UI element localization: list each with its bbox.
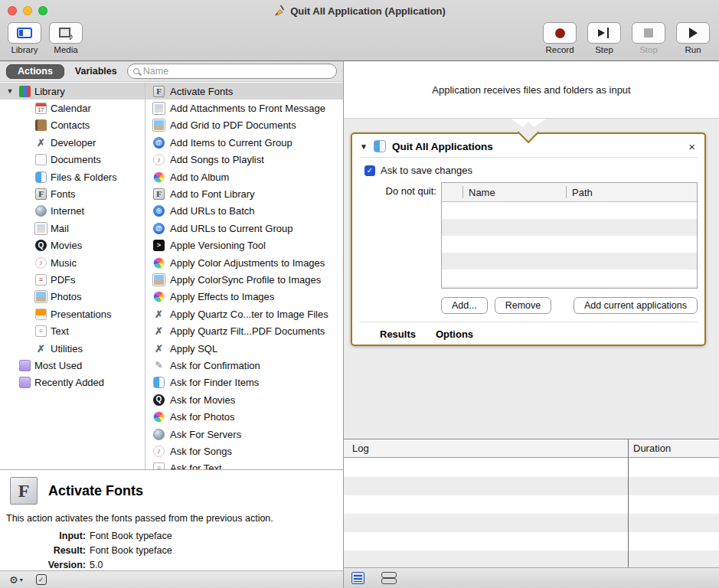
card-close-button[interactable]: × <box>688 141 695 152</box>
stop-button[interactable]: Stop <box>632 22 665 54</box>
sidebar-item[interactable]: ≡ PDFs <box>0 271 145 288</box>
do-not-quit-table-body[interactable] <box>442 202 697 288</box>
action-item[interactable]: F Activate Fonts <box>145 83 343 100</box>
search-field[interactable] <box>127 64 337 79</box>
sidebar-item[interactable]: ✗ Developer <box>0 134 145 151</box>
run-button[interactable]: Run <box>676 22 710 54</box>
sidebar-item[interactable]: ▼ Library <box>0 83 145 100</box>
record-button-label: Record <box>545 45 574 54</box>
add-current-applications-button[interactable]: Add current applications <box>574 297 698 314</box>
media-button-label: Media <box>54 45 77 54</box>
action-item[interactable]: Q Ask for Movies <box>145 391 343 408</box>
step-button[interactable]: Step <box>587 22 621 54</box>
action-item[interactable]: Apply ColorSync Profile to Images <box>145 271 343 288</box>
add-button[interactable]: Add... <box>441 297 488 314</box>
action-item[interactable]: ✗ Apply SQL <box>145 340 343 357</box>
flower-icon <box>153 411 165 423</box>
action-item[interactable]: Ask for Photos <box>145 408 343 425</box>
action-item[interactable]: Add Attachments to Front Message <box>145 100 343 116</box>
sidebar-item-label: Library <box>34 86 65 97</box>
sidebar-item-label: Movies <box>51 240 82 251</box>
font-book-icon: F <box>153 86 165 97</box>
search-input[interactable] <box>143 66 331 77</box>
action-item[interactable]: Apply Effects to Images <box>145 289 343 305</box>
ask-to-save-label: Ask to save changes <box>381 165 472 176</box>
action-item[interactable]: ⊕ Add URLs to Batch <box>145 203 343 220</box>
action-item[interactable]: Add to Album <box>145 168 343 185</box>
action-item[interactable]: ≡ Ask for Text <box>145 460 343 469</box>
tab-variables[interactable]: Variables <box>75 66 117 77</box>
action-item[interactable]: @ Add Items to Current Group <box>145 134 343 151</box>
chevron-down-icon: ▾ <box>20 577 23 583</box>
card-title: Quit All Applications <box>392 141 493 152</box>
sidebar-item[interactable]: Photos <box>0 289 145 305</box>
ask-to-save-checkbox[interactable]: ✓ <box>364 165 375 176</box>
results-tab[interactable]: Results <box>380 328 416 340</box>
action-item-label: Ask for Songs <box>170 446 232 457</box>
action-item[interactable]: @ Add URLs to Current Group <box>145 220 343 237</box>
sidebar-item-label: Internet <box>51 205 84 217</box>
tab-actions[interactable]: Actions <box>6 64 64 79</box>
table-buttons-row: Add... Remove Add current applications <box>441 297 698 314</box>
action-item[interactable]: F Add to Font Library <box>145 185 343 202</box>
action-description-panel: F Activate Fonts This action activates t… <box>0 469 343 570</box>
action-item[interactable]: ✗ Apply Quartz Filt...PDF Documents <box>145 322 343 339</box>
disclosure-triangle-icon[interactable]: ▼ <box>5 87 15 95</box>
action-item-label: Activate Fonts <box>170 86 233 97</box>
action-item[interactable]: > Apple Versioning Tool <box>145 237 343 254</box>
font-book-icon: F <box>153 188 165 200</box>
action-item-label: Ask for Photos <box>170 411 235 423</box>
action-item[interactable]: Apply Color Adjustments to Images <box>145 254 343 271</box>
record-button[interactable]: Record <box>543 22 577 54</box>
sidebar-item[interactable]: Internet <box>0 203 145 220</box>
action-item[interactable]: ✎ Ask for Confirmation <box>145 357 343 374</box>
workflow-input-strip: Application receives files and folders a… <box>344 61 719 119</box>
log-stack-view-button[interactable] <box>381 572 397 584</box>
pane-divider[interactable] <box>343 61 344 588</box>
action-item-label: Apply Color Adjustments to Images <box>170 257 325 269</box>
media-button[interactable]: Media <box>49 22 83 54</box>
titlebar: Quit All Application (Application) <box>0 4 719 18</box>
library-button[interactable]: Library <box>8 22 41 54</box>
sidebar-item[interactable]: Documents <box>0 152 145 168</box>
sidebar-item[interactable]: 17 Calendar <box>0 100 145 116</box>
sidebar-item[interactable]: Presentations <box>0 305 145 322</box>
sidebar-item[interactable]: ♪ Music <box>0 254 145 271</box>
action-item-label: Add to Album <box>170 172 229 183</box>
action-menu-button[interactable]: ⚙ ▾ <box>9 574 23 586</box>
spiral-icon: @ <box>153 137 165 149</box>
spiral-icon: @ <box>153 223 165 234</box>
description-toggle-button[interactable]: ✓ <box>36 574 47 585</box>
action-item[interactable]: ✗ Apply Quartz Co...ter to Image Files <box>145 305 343 322</box>
sidebar-item[interactable]: F Fonts <box>0 185 145 202</box>
window-chrome: Quit All Application (Application) Libra… <box>0 0 719 61</box>
sidebar-item[interactable]: ✗ Utilities <box>0 340 145 357</box>
options-tab[interactable]: Options <box>436 328 473 340</box>
quicktime-icon: Q <box>153 394 165 406</box>
remove-button[interactable]: Remove <box>495 297 552 314</box>
sidebar-item[interactable]: ≡ Text <box>0 322 145 339</box>
workflow-pane: Application receives files and folders a… <box>344 61 719 588</box>
action-item[interactable]: Ask For Servers <box>145 426 343 443</box>
sidebar-item[interactable]: Q Movies <box>0 237 145 254</box>
gear-icon: ⚙ <box>9 574 18 586</box>
flower-icon <box>153 257 165 269</box>
sidebar-item[interactable]: Contacts <box>0 117 145 134</box>
action-item[interactable]: ♪ Ask for Songs <box>145 443 343 459</box>
sidebar-item[interactable]: Files & Folders <box>0 168 145 185</box>
smart-folder-icon <box>19 377 31 388</box>
card-disclosure-triangle[interactable]: ▼ <box>360 142 368 151</box>
log-column-divider[interactable] <box>628 439 629 567</box>
quit-all-applications-action-card[interactable]: ▼ Quit All Applications × ✓ Ask to save … <box>351 132 706 346</box>
log-list-view-button[interactable] <box>351 572 364 584</box>
left-status-bar: ⚙ ▾ ✓ <box>0 570 343 588</box>
log-panel: Log Duration <box>344 439 719 567</box>
sidebar-item[interactable]: Recently Added <box>0 374 145 391</box>
action-item[interactable]: ♪ Add Songs to Playlist <box>145 152 343 168</box>
meta-value: Font Book typeface <box>90 529 172 544</box>
sidebar-item[interactable]: Most Used <box>0 357 145 374</box>
sidebar-item[interactable]: Mail <box>0 220 145 237</box>
action-item-label: Ask for Confirmation <box>170 360 260 371</box>
action-item[interactable]: Add Grid to PDF Documents <box>145 117 343 134</box>
action-item[interactable]: Ask for Finder Items <box>145 374 343 391</box>
